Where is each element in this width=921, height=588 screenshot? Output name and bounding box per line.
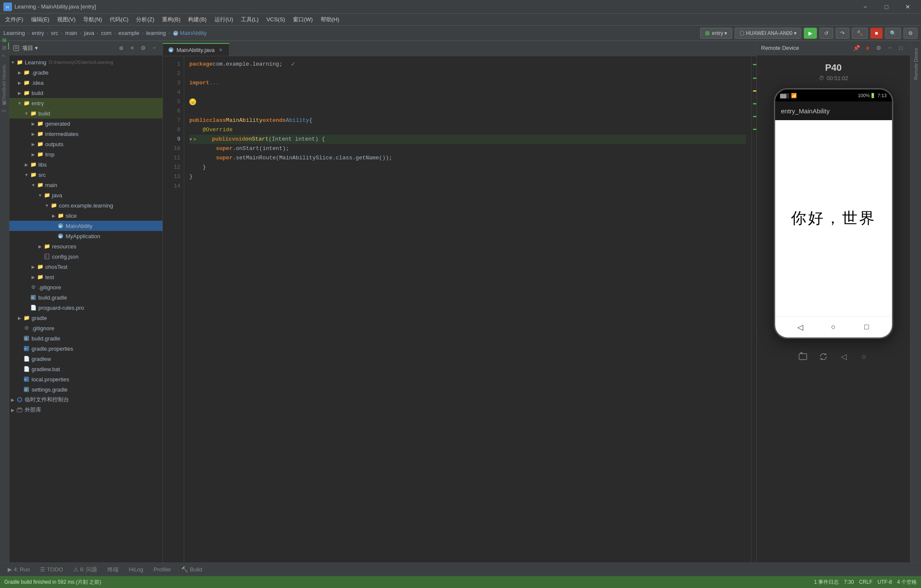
- close-sidebar-icon[interactable]: −: [150, 43, 159, 53]
- breadcrumb-learning[interactable]: Learning: [3, 30, 25, 36]
- tree-item-gradle-dir[interactable]: ▶ 📁 .gradle: [9, 67, 162, 78]
- tree-item-intermediates[interactable]: ▶ 📁 intermediates: [9, 129, 162, 139]
- tree-item-generated[interactable]: ▶ 📁 generated: [9, 118, 162, 129]
- remote-close-icon[interactable]: ■: [863, 43, 872, 53]
- tree-item-gradlew[interactable]: ▶ 📄 gradlew: [9, 354, 162, 364]
- tree-item-build-gradle-root[interactable]: ▶ G build.gradle: [9, 333, 162, 343]
- remote-minimize-icon[interactable]: −: [885, 43, 895, 53]
- breadcrumb-example[interactable]: example: [118, 30, 139, 36]
- tab-close-button[interactable]: ✕: [217, 46, 224, 53]
- menu-tools[interactable]: 工具(L): [237, 15, 262, 24]
- encoding-indicator[interactable]: UTF-8: [878, 579, 892, 585]
- tree-item-entry-build[interactable]: ▼ 📁 build: [9, 108, 162, 118]
- tree-item-resources[interactable]: ▶ 📁 resources: [9, 241, 162, 251]
- pin-icon[interactable]: 📌: [852, 43, 861, 53]
- tree-item-settings-gradle[interactable]: ▶ G settings.gradle: [9, 384, 162, 395]
- tree-item-gradlew-bat[interactable]: ▶ 📄 gradlew.bat: [9, 364, 162, 374]
- tree-item-learning[interactable]: ▼ 📁 Learning D:\HarmonyOS\demo\Learning: [9, 57, 162, 67]
- device-ctrl-screenshot[interactable]: [796, 350, 810, 363]
- tree-item-test[interactable]: ▶ 📁 test: [9, 272, 162, 282]
- tree-item-mainability[interactable]: ▶ M MainAbility: [9, 221, 162, 231]
- breadcrumb-com[interactable]: com: [101, 30, 112, 36]
- menu-file[interactable]: 文件(F): [2, 15, 27, 24]
- tree-item-idea[interactable]: ▶ 📁 .idea: [9, 78, 162, 88]
- remote-vtab-label[interactable]: Remote Device: [912, 43, 920, 85]
- tree-item-src[interactable]: ▼ 📁 src: [9, 170, 162, 180]
- tree-item-config-json[interactable]: ▶ {} config.json: [9, 251, 162, 262]
- menu-navigate[interactable]: 导航(N): [80, 15, 105, 24]
- search-button[interactable]: 🔍: [885, 28, 901, 39]
- menu-view[interactable]: 视图(V): [54, 15, 79, 24]
- breadcrumb-learning2[interactable]: learning: [146, 30, 166, 36]
- tree-item-build-gradle-entry[interactable]: ▶ G build.gradle: [9, 292, 162, 303]
- collapse-icon[interactable]: ≡: [127, 43, 137, 53]
- tree-item-gradle-root[interactable]: ▶ 📁 gradle: [9, 313, 162, 323]
- tree-item-gitignore-root[interactable]: ▶ ⚙ .gitignore: [9, 323, 162, 333]
- editor-tab-mainability[interactable]: M MainAbility.java ✕: [163, 43, 229, 56]
- menu-window[interactable]: 窗口(W): [290, 15, 316, 24]
- run-button[interactable]: ▶: [804, 28, 817, 39]
- build-button[interactable]: 🔨: [852, 28, 868, 39]
- tree-item-com-example-learning[interactable]: ▼ 📁 com.example.learning: [9, 200, 162, 210]
- remote-expand-icon[interactable]: □: [896, 43, 906, 53]
- phone-back-button[interactable]: ◁: [794, 321, 806, 333]
- remote-settings-icon[interactable]: ⚙: [874, 43, 883, 53]
- indent-indicator[interactable]: 4 个空格: [897, 579, 917, 586]
- device-ctrl-back[interactable]: ◁: [837, 350, 851, 363]
- tree-item-ohostest[interactable]: ▶ 📁 ohosTest: [9, 262, 162, 272]
- stop-button[interactable]: ■: [870, 28, 883, 39]
- tree-item-slice[interactable]: ▶ 📁 slice: [9, 210, 162, 221]
- tree-item-outputs[interactable]: ▶ 📁 outputs: [9, 139, 162, 149]
- settings-button[interactable]: ⚙: [904, 28, 918, 39]
- tree-item-local-properties[interactable]: ▶ P local.properties: [9, 374, 162, 384]
- tree-item-libs[interactable]: ▶ 📁 libs: [9, 159, 162, 170]
- breadcrumb-src[interactable]: src: [51, 30, 58, 36]
- entry-dropdown[interactable]: entry ▾: [700, 28, 732, 39]
- vtab-structure[interactable]: 结构: [0, 43, 9, 49]
- bottom-tab-run[interactable]: ▶ 4: Run: [3, 564, 34, 576]
- phone-home-button[interactable]: ○: [828, 321, 840, 333]
- tree-item-build-root[interactable]: ▶ 📁 build: [9, 88, 162, 98]
- menu-help[interactable]: 帮助(H): [317, 15, 343, 24]
- editor-scrollbar[interactable]: [751, 56, 756, 562]
- device-ctrl-rotate[interactable]: [817, 350, 830, 363]
- tree-item-entry[interactable]: ▼ 📁 entry: [9, 98, 162, 108]
- breadcrumb-main[interactable]: main: [65, 30, 77, 36]
- vtab-annotation[interactable]: 7·注记: [0, 50, 9, 61]
- breadcrumb-java[interactable]: java: [84, 30, 94, 36]
- menu-edit[interactable]: 编辑(E): [28, 15, 53, 24]
- breadcrumb-entry[interactable]: entry: [32, 30, 44, 36]
- tree-item-tmp[interactable]: ▶ 📁 tmp: [9, 149, 162, 159]
- menu-vcs[interactable]: VCS(S): [263, 15, 289, 23]
- step-over-button[interactable]: ↷: [836, 28, 849, 39]
- line-ending-indicator[interactable]: CRLF: [859, 579, 872, 585]
- maximize-button[interactable]: □: [877, 0, 896, 14]
- menu-code[interactable]: 代码(C): [106, 15, 132, 24]
- tree-item-myapplication[interactable]: ▶ M MyApplication: [9, 231, 162, 241]
- event-log-link[interactable]: 1 事件日志: [814, 579, 839, 586]
- rerun-button[interactable]: ↺: [820, 28, 833, 39]
- vtab-ohosbuild[interactable]: OhosBuild Variants: [1, 61, 8, 104]
- menu-run[interactable]: 运行(U): [211, 15, 237, 24]
- bottom-tab-terminal[interactable]: 终端: [103, 564, 123, 576]
- phone-recents-button[interactable]: □: [861, 321, 873, 333]
- tree-item-gradle-properties[interactable]: ▶ P gradle.properties: [9, 343, 162, 354]
- device-dropdown[interactable]: HUAWEI ANA-AN00 ▾: [735, 28, 801, 39]
- menu-refactor[interactable]: 重构(B): [159, 15, 184, 24]
- tree-item-main[interactable]: ▼ 📁 main: [9, 180, 162, 190]
- tree-item-java[interactable]: ▼ 📁 java: [9, 190, 162, 200]
- tree-item-gitignore-entry[interactable]: ▶ ⚙ .gitignore: [9, 282, 162, 292]
- menu-build[interactable]: 构建(B): [185, 15, 210, 24]
- close-button[interactable]: ✕: [898, 0, 918, 14]
- tree-item-proguard[interactable]: ▶ 📄 proguard-rules.pro: [9, 303, 162, 313]
- device-ctrl-home[interactable]: ○: [857, 350, 871, 363]
- bottom-tab-build[interactable]: 🔨 Build: [177, 564, 206, 576]
- gear-icon[interactable]: ⚙: [139, 43, 148, 53]
- vtab-favorites[interactable]: 2·收藏: [0, 105, 9, 115]
- bottom-tab-problems[interactable]: ⚠ 6: 问题: [69, 564, 101, 576]
- bottom-tab-todo[interactable]: ☰ TODO: [36, 564, 67, 576]
- breadcrumb-mainability[interactable]: MMainAbility: [173, 30, 207, 37]
- menu-analyze[interactable]: 分析(Z): [133, 15, 158, 24]
- minimize-button[interactable]: −: [855, 0, 875, 14]
- bottom-tab-hilog[interactable]: HiLog: [125, 564, 148, 576]
